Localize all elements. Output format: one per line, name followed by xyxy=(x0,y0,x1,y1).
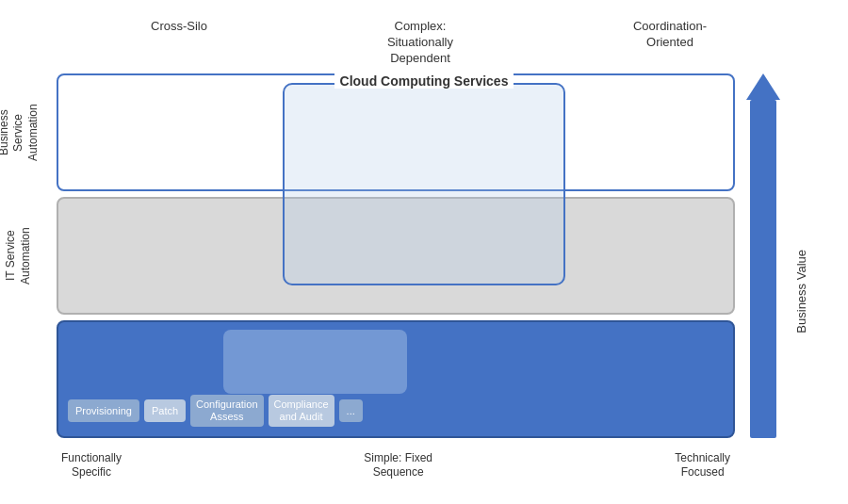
main-container: Cross-Silo Complex:SituationallyDependen… xyxy=(57,19,791,480)
cloud-inner-highlight xyxy=(223,330,407,394)
row-itta-label: IT TaskAutomation xyxy=(0,322,53,436)
col-header-cross-silo: Cross-Silo xyxy=(151,19,207,35)
chip-config-assess: ConfigurationAssess xyxy=(190,395,263,427)
bottom-labels: FunctionallySpecific Simple: FixedSequen… xyxy=(57,451,735,480)
chip-more: ... xyxy=(339,399,363,422)
chip-compliance-audit: Complianceand Audit xyxy=(269,395,334,427)
cloud-box-label: Cloud Computing Services xyxy=(334,73,514,89)
chip-provisioning: Provisioning xyxy=(68,399,139,422)
cloud-computing-services-box: Cloud Computing Services xyxy=(283,83,565,285)
row-bsa-label: BusinessServiceAutomation xyxy=(0,75,53,189)
bottom-label-functionally-specific: FunctionallySpecific xyxy=(61,451,122,480)
col-header-complex: Complex:SituationallyDependent xyxy=(387,19,453,67)
arrow-shaft xyxy=(750,100,776,438)
chips-row: Provisioning Patch ConfigurationAssess C… xyxy=(68,395,724,427)
col-headers: Cross-Silo Complex:SituationallyDependen… xyxy=(132,19,716,67)
bottom-label-technically-focused: TechnicallyFocused xyxy=(675,451,730,480)
bottom-label-simple-fixed: Simple: FixedSequence xyxy=(364,451,432,480)
row-itta: IT TaskAutomation Provisioning Patch Con… xyxy=(57,320,735,438)
arrow-head xyxy=(746,73,780,100)
business-value-arrow xyxy=(744,73,782,438)
row-itsa-label: IT ServiceAutomation xyxy=(0,199,53,313)
chip-patch: Patch xyxy=(144,399,186,422)
col-header-coordination: Coordination-Oriented xyxy=(633,19,707,51)
business-value-label: Business Value xyxy=(794,250,808,333)
